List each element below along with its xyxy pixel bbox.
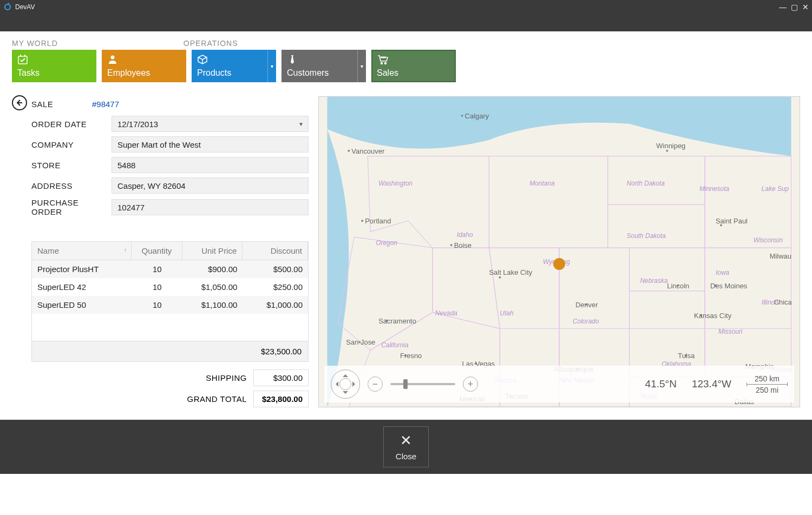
zoom-out-button[interactable]: − [368, 377, 383, 392]
svg-point-0 [5, 4, 10, 10]
order-date-select[interactable]: 12/17/2013 ▼ [112, 116, 309, 132]
cell-unit: $1,050.00 [182, 278, 243, 296]
pan-control[interactable] [331, 369, 360, 399]
svg-point-11 [361, 220, 363, 222]
cart-icon [377, 54, 398, 66]
svg-text:Tulsa: Tulsa [678, 352, 695, 360]
window-close-icon[interactable]: ✕ [802, 3, 809, 11]
store-field[interactable] [112, 157, 309, 173]
chevron-down-icon: ▼ [298, 121, 304, 127]
svg-text:North Dakota: North Dakota [627, 180, 665, 187]
cell-disc: $250.00 [243, 278, 308, 296]
minimize-icon[interactable]: — [779, 3, 787, 11]
sort-asc-icon: ↑ [124, 247, 127, 253]
cell-qty: 10 [132, 260, 182, 278]
label-purchase-order: PURCHASE ORDER [31, 198, 112, 216]
label-store: STORE [31, 161, 112, 170]
svg-text:San Jose: San Jose [346, 338, 375, 346]
table-row[interactable]: Projector PlusHT 10 $900.00 $500.00 [32, 260, 308, 278]
tile-products[interactable]: Products ▾ [192, 50, 276, 82]
sale-heading: SALE [31, 100, 53, 109]
cell-unit: $1,100.00 [182, 296, 243, 314]
svg-rect-3 [24, 55, 25, 57]
line-items-grid: Name↑ Quantity Unit Price Discount Proje… [31, 241, 309, 362]
address-field[interactable] [112, 177, 309, 194]
svg-text:Idaho: Idaho [457, 231, 473, 239]
svg-text:Sacramento: Sacramento [378, 317, 416, 325]
col-disc[interactable]: Discount [243, 242, 308, 260]
map-controls: − + 41.5°N 123.4°W 250 km 250 mi [324, 366, 794, 402]
svg-text:Boise: Boise [454, 241, 472, 249]
ribbon-group-myworld: MY WORLD [12, 39, 58, 48]
svg-point-10 [666, 150, 668, 152]
value-shipping: $300.00 [253, 369, 309, 386]
tile-sales[interactable]: Sales [371, 50, 456, 82]
svg-text:Missouri: Missouri [718, 328, 743, 335]
svg-text:Montana: Montana [529, 180, 555, 187]
svg-text:Illinois: Illinois [762, 299, 780, 306]
purchase-order-field[interactable] [112, 199, 309, 215]
ribbon-group-labels: MY WORLD OPERATIONS [12, 39, 800, 48]
svg-text:Milwau: Milwau [770, 252, 791, 260]
label-order-date: ORDER DATE [31, 120, 112, 129]
cell-disc: $500.00 [243, 260, 308, 278]
svg-text:Nevada: Nevada [435, 309, 458, 317]
ribbon-group-operations: OPERATIONS [184, 39, 238, 48]
svg-text:Lake Sup: Lake Sup [762, 185, 789, 193]
map-scale-mi: 250 mi [756, 386, 778, 394]
cell-unit: $900.00 [182, 260, 243, 278]
svg-text:Calgary: Calgary [465, 112, 489, 120]
zoom-slider[interactable] [390, 383, 455, 385]
tile-customers-dropdown[interactable]: ▾ [357, 50, 366, 82]
svg-text:Colorado: Colorado [573, 318, 599, 325]
header-band [0, 14, 812, 31]
titlebar: DevAV — ▢ ✕ [0, 0, 812, 14]
svg-point-5 [381, 63, 383, 64]
col-qty[interactable]: Quantity [132, 242, 182, 260]
tile-tasks-label: Tasks [17, 68, 40, 78]
svg-text:Minnesota: Minnesota [699, 185, 729, 193]
app-logo-icon [3, 3, 12, 11]
svg-text:Saint Paul: Saint Paul [716, 217, 748, 225]
svg-point-6 [385, 63, 387, 64]
label-address: ADDRESS [31, 181, 112, 190]
tile-tasks[interactable]: Tasks [12, 50, 96, 82]
svg-text:Kansas City: Kansas City [694, 312, 732, 320]
maximize-icon[interactable]: ▢ [791, 3, 798, 11]
svg-text:Nebraska: Nebraska [640, 277, 667, 285]
svg-text:Des Moines: Des Moines [710, 282, 747, 290]
map-scale: 250 km 250 mi [746, 374, 788, 394]
tile-products-dropdown[interactable]: ▾ [267, 50, 276, 82]
table-row[interactable]: SuperLED 50 10 $1,100.00 $1,000.00 [32, 296, 308, 314]
tile-employees[interactable]: Employees [102, 50, 186, 82]
tile-employees-label: Employees [107, 68, 150, 78]
back-button[interactable] [12, 95, 27, 110]
svg-text:Salt Lake City: Salt Lake City [489, 268, 532, 276]
grid-empty-area [32, 314, 308, 341]
cell-qty: 10 [132, 296, 182, 314]
svg-text:Portland: Portland [365, 217, 391, 225]
tile-customers-label: Customers [287, 68, 352, 78]
svg-point-8 [461, 115, 463, 117]
tile-customers[interactable]: Customers ▾ [281, 50, 366, 82]
map[interactable]: Calgary Vancouver Winnipeg Portland Bois… [318, 96, 800, 407]
map-lat: 41.5°N [645, 378, 677, 390]
svg-text:Utah: Utah [500, 309, 514, 317]
svg-text:Lincoln: Lincoln [667, 282, 689, 290]
cell-name: SuperLED 42 [32, 278, 132, 296]
label-company: COMPANY [31, 140, 112, 149]
svg-text:Iowa: Iowa [716, 269, 730, 276]
table-row[interactable]: SuperLED 42 10 $1,050.00 $250.00 [32, 278, 308, 296]
col-name[interactable]: Name↑ [32, 242, 132, 260]
svg-text:Washington: Washington [378, 180, 412, 187]
grid-subtotal: $23,500.00 [32, 341, 308, 361]
svg-text:South Dakota: South Dakota [627, 232, 666, 240]
window-title: DevAV [15, 3, 35, 11]
col-unit[interactable]: Unit Price [182, 242, 243, 260]
calendar-check-icon [17, 54, 40, 66]
svg-text:Wisconsin: Wisconsin [754, 236, 783, 244]
zoom-in-button[interactable]: + [463, 377, 478, 392]
company-field[interactable] [112, 136, 309, 153]
box-icon [197, 54, 262, 66]
close-button[interactable]: ✕ Close [383, 426, 429, 467]
